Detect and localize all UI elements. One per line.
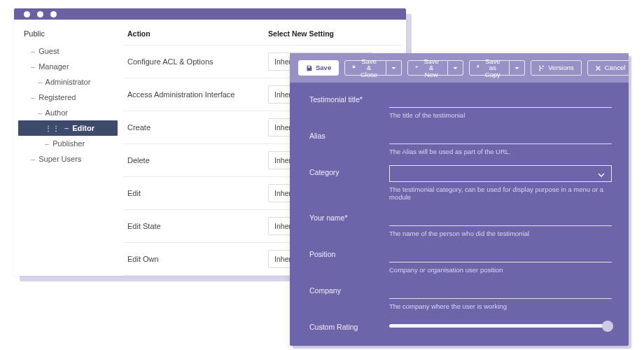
action-cell: Delete: [123, 144, 264, 177]
window-titlebar: [14, 8, 406, 20]
field-label: Testimonial title*: [309, 92, 379, 104]
field-helper: Company or organisation user position: [389, 266, 612, 274]
position-input[interactable]: [389, 247, 612, 262]
action-cell: Access Administration Interface: [123, 78, 264, 111]
dash-icon: –: [31, 155, 35, 163]
title-input[interactable]: [389, 92, 612, 108]
button-label: Versions: [548, 64, 573, 71]
field-helper: The company where the user is working: [389, 302, 612, 310]
svg-point-0: [540, 65, 541, 66]
save-icon: [352, 65, 356, 71]
save-close-button[interactable]: Save & Close: [344, 60, 386, 76]
alias-input[interactable]: [389, 129, 612, 144]
cancel-button[interactable]: Cancel: [587, 60, 629, 76]
caret-down-icon: [452, 65, 458, 71]
testimonial-form-panel: Save Save & Close Save & New: [290, 53, 629, 346]
save-new-button[interactable]: Save & New: [407, 60, 448, 76]
field-label: Category: [309, 165, 379, 176]
tree-item-label: Publisher: [52, 139, 85, 148]
dash-icon: –: [38, 78, 42, 86]
dash-icon: –: [31, 47, 35, 55]
field-helper: The title of the testimonial: [389, 111, 612, 119]
plus-icon: [415, 65, 419, 71]
save-close-dropdown[interactable]: [386, 60, 402, 76]
tree-item-registered[interactable]: – Registered: [24, 90, 118, 105]
close-icon: [595, 65, 601, 71]
field-row-company: Company The company where the user is wo…: [309, 284, 612, 310]
svg-point-2: [540, 69, 541, 71]
save-new-group: Save & New: [407, 60, 463, 76]
company-input[interactable]: [389, 284, 612, 299]
button-label: Save as Copy: [483, 58, 502, 78]
field-row-name: Your name* The name of the person who di…: [309, 211, 612, 237]
field-helper: The name of the person who did the testi…: [389, 230, 612, 237]
versions-button[interactable]: Versions: [531, 60, 581, 76]
rating-slider[interactable]: [389, 324, 612, 328]
action-cell: Edit State: [123, 210, 264, 243]
button-label: Save & Close: [359, 58, 379, 78]
field-row-rating: Custom Rating: [309, 320, 612, 331]
window-dot-icon: [24, 11, 30, 18]
field-label: Position: [309, 247, 379, 258]
dash-icon: –: [64, 124, 69, 132]
caret-down-icon: [514, 65, 520, 71]
field-helper: The testimonial category, can be used fo…: [389, 186, 612, 201]
tree-item-label: Guest: [38, 47, 59, 55]
window-dot-icon: [37, 11, 43, 18]
drag-handle-icon: ⋮⋮: [45, 125, 60, 132]
field-row-category: Category The testimonial category, can b…: [309, 165, 612, 201]
dash-icon: –: [38, 108, 42, 117]
slider-thumb-icon[interactable]: [602, 321, 613, 332]
save-icon: [306, 65, 312, 71]
field-row-alias: Alias The Alias will be used as part of …: [309, 129, 612, 155]
save-close-group: Save & Close: [344, 60, 402, 76]
field-row-position: Position Company or organisation user po…: [309, 247, 612, 274]
tree-item-label: Manager: [38, 62, 69, 71]
field-label: Alias: [309, 129, 379, 140]
action-cell: Edit: [123, 177, 264, 210]
tree-item-author[interactable]: – Author: [24, 105, 118, 120]
versions-icon: [538, 65, 545, 71]
field-label: Company: [309, 284, 379, 295]
chevron-down-icon: [597, 169, 606, 178]
field-row-title: Testimonial title* The title of the test…: [309, 92, 612, 119]
field-label: Custom Rating: [309, 320, 379, 331]
field-label: Your name*: [309, 211, 379, 222]
window-dot-icon: [50, 11, 57, 18]
button-label: Save: [316, 64, 331, 71]
tree-item-publisher[interactable]: – Publisher: [24, 136, 118, 151]
dash-icon: –: [45, 139, 49, 148]
tree-item-guest[interactable]: – Guest: [24, 43, 118, 59]
dash-icon: –: [31, 62, 35, 71]
copy-icon: [477, 65, 479, 71]
action-cell: Edit Own: [123, 243, 264, 276]
form-toolbar: Save Save & Close Save & New: [290, 53, 629, 83]
button-label: Cancel: [605, 64, 626, 71]
tree-item-administrator[interactable]: – Administrator: [24, 74, 118, 90]
tree-item-editor[interactable]: ⋮⋮ – Editor: [18, 120, 118, 136]
tree-root[interactable]: Public: [24, 29, 118, 38]
form-body: Testimonial title* The title of the test…: [290, 83, 629, 346]
category-select[interactable]: [389, 165, 612, 182]
tree-item-label: Editor: [72, 124, 94, 132]
tree-item-label: Administrator: [46, 78, 91, 86]
tree-item-label: Author: [46, 108, 68, 117]
col-header-setting: Select New Setting: [264, 20, 402, 46]
col-header-action: Action: [123, 20, 264, 46]
save-copy-button[interactable]: Save as Copy: [469, 60, 510, 76]
save-button[interactable]: Save: [298, 60, 339, 76]
save-copy-dropdown[interactable]: [510, 60, 525, 76]
action-cell: Create: [123, 111, 264, 144]
action-cell: Configure ACL & Options: [123, 46, 264, 78]
caret-down-icon: [391, 65, 397, 71]
tree-item-super-users[interactable]: – Super Users: [24, 151, 118, 167]
tree-item-manager[interactable]: – Manager: [24, 59, 118, 74]
usergroup-tree: Public – Guest – Manager – Administrator…: [14, 20, 118, 276]
tree-item-label: Registered: [38, 93, 76, 102]
name-input[interactable]: [389, 211, 612, 226]
tree-item-label: Super Users: [38, 155, 81, 163]
svg-point-1: [542, 65, 544, 66]
dash-icon: –: [31, 93, 35, 102]
field-helper: The Alias will be used as part of the UR…: [389, 148, 612, 155]
save-new-dropdown[interactable]: [448, 60, 463, 76]
